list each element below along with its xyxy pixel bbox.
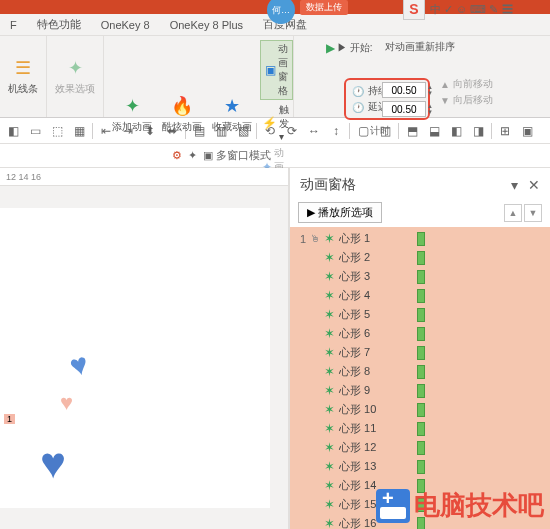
- add-animation-button[interactable]: ✦ 添加动画: [108, 92, 156, 136]
- entrance-star-icon: ✶: [324, 478, 335, 493]
- animation-item[interactable]: ✶心形 9: [290, 381, 550, 400]
- qat-btn[interactable]: ⬚: [48, 122, 66, 140]
- lines-button[interactable]: ☰ 机线条: [4, 54, 42, 98]
- tab-f[interactable]: F: [0, 19, 27, 31]
- ime-indicator[interactable]: S: [403, 0, 425, 20]
- qat-btn[interactable]: ↔: [305, 122, 323, 140]
- play-selection-button[interactable]: ▶ 播放所选项: [298, 202, 382, 223]
- watermark-icon: [376, 489, 410, 523]
- qat-btn[interactable]: ▦: [70, 122, 88, 140]
- duration-input[interactable]: [382, 82, 426, 98]
- entrance-star-icon: ✶: [324, 516, 335, 529]
- item-index: 1: [296, 233, 306, 245]
- item-name: 心形 11: [339, 421, 399, 436]
- timing-bar[interactable]: [417, 251, 425, 265]
- entrance-star-icon: ✶: [324, 497, 335, 512]
- timing-bar[interactable]: [417, 460, 425, 474]
- animation-item[interactable]: ✶心形 11: [290, 419, 550, 438]
- ribbon-group-lines: ☰ 机线条: [0, 36, 47, 117]
- timing-bar[interactable]: [417, 289, 425, 303]
- timing-bar[interactable]: [417, 308, 425, 322]
- entrance-star-icon: ✶: [324, 440, 335, 455]
- qat-btn[interactable]: ⬓: [425, 122, 443, 140]
- animation-pane-button[interactable]: ▣ 动画窗格: [260, 40, 293, 100]
- move-down-button[interactable]: ▼: [524, 204, 542, 222]
- collect-animation-icon: ★: [220, 94, 244, 118]
- pane-dropdown-icon[interactable]: ▾: [511, 177, 518, 193]
- trigger-button[interactable]: ⚡ 触发 ▾: [260, 102, 293, 143]
- animation-item[interactable]: ✶心形 6: [290, 324, 550, 343]
- animation-pane-header: 动画窗格 ▾ ✕: [290, 168, 550, 198]
- ime-status-icons[interactable]: 中 ✓ ☺ ⌨ ✎ ☰: [430, 2, 513, 17]
- timing-bar[interactable]: [417, 327, 425, 341]
- slide-canvas[interactable]: ♥ ♥ ♥ 1: [0, 208, 270, 508]
- animation-pane-title: 动画窗格: [300, 176, 356, 194]
- timing-bar[interactable]: [417, 270, 425, 284]
- timing-bar[interactable]: [417, 441, 425, 455]
- qat-btn[interactable]: ▭: [26, 122, 44, 140]
- animation-item[interactable]: ✶心形 5: [290, 305, 550, 324]
- watermark-text: 电脑技术吧: [414, 488, 544, 523]
- timing-bar[interactable]: [417, 403, 425, 417]
- ribbon-group-effect: ✦ 效果选项: [47, 36, 104, 117]
- animation-item[interactable]: ✶心形 4: [290, 286, 550, 305]
- animation-reorder-nav: ▲ ▼: [504, 204, 542, 222]
- heart-shape[interactable]: ♥: [60, 390, 73, 416]
- animation-item[interactable]: ✶心形 13: [290, 457, 550, 476]
- cool-animation-icon: 🔥: [170, 94, 194, 118]
- animation-list[interactable]: 1🖱✶心形 1✶心形 2✶心形 3✶心形 4✶心形 5✶心形 6✶心形 7✶心形…: [290, 227, 550, 529]
- qat-btn[interactable]: ⊞: [496, 122, 514, 140]
- entrance-star-icon: ✶: [324, 250, 335, 265]
- animation-pane: 动画窗格 ▾ ✕ ▶ 播放所选项 ▲ ▼ 1🖱✶心形 1✶心形 2✶心形 3✶心…: [289, 168, 550, 529]
- qat-btn[interactable]: ↕: [327, 122, 345, 140]
- tab-onekey8[interactable]: OneKey 8: [91, 19, 160, 31]
- delay-input[interactable]: [382, 101, 426, 117]
- tab-onekey8plus[interactable]: OneKey 8 Plus: [160, 19, 253, 31]
- heart-shape[interactable]: ♥: [40, 438, 66, 488]
- pane-close-icon[interactable]: ✕: [528, 177, 540, 193]
- timing-bar[interactable]: [417, 365, 425, 379]
- duration-spinner[interactable]: ▲▼: [427, 84, 433, 96]
- cool-animation-button[interactable]: 🔥 酷炫动画: [158, 92, 206, 136]
- heart-shape[interactable]: ♥: [66, 346, 92, 383]
- item-name: 心形 5: [339, 307, 399, 322]
- upload-tag[interactable]: 数据上传: [300, 0, 348, 15]
- trigger-icon: ⚡: [262, 116, 277, 130]
- slide-editor[interactable]: 12 14 16 ♥ ♥ ♥ 1: [0, 168, 289, 529]
- item-name: 心形 9: [339, 383, 399, 398]
- item-name: 心形 4: [339, 288, 399, 303]
- qat-btn[interactable]: ◨: [469, 122, 487, 140]
- horizontal-ruler: 12 14 16: [0, 168, 288, 186]
- item-name: 心形 12: [339, 440, 399, 455]
- item-name: 心形 8: [339, 364, 399, 379]
- reorder-label: 对动画重新排序: [385, 40, 455, 56]
- tab-features[interactable]: 特色功能: [27, 17, 91, 32]
- timing-bar[interactable]: [417, 422, 425, 436]
- qat-btn[interactable]: ◧: [447, 122, 465, 140]
- sogou-icon: S: [409, 1, 418, 17]
- start-dropdown[interactable]: ▶ ▶ 开始:: [324, 40, 375, 56]
- add-animation-icon: ✦: [120, 94, 144, 118]
- play-icon: ▶: [326, 41, 335, 55]
- animation-item[interactable]: ✶心形 10: [290, 400, 550, 419]
- ribbon: ☰ 机线条 ✦ 效果选项 ✦ 添加动画 🔥 酷炫动画: [0, 36, 550, 118]
- animation-item[interactable]: 1🖱✶心形 1: [290, 229, 550, 248]
- clock-icon: 🕐: [352, 86, 364, 97]
- entrance-star-icon: ✶: [324, 421, 335, 436]
- animation-item[interactable]: ✶心形 2: [290, 248, 550, 267]
- qat-btn[interactable]: ▣: [518, 122, 536, 140]
- collect-animation-button[interactable]: ★ 收藏动画: [208, 92, 256, 136]
- qat-btn[interactable]: ◧: [4, 122, 22, 140]
- animation-item[interactable]: ✶心形 3: [290, 267, 550, 286]
- move-up-button[interactable]: ▲: [504, 204, 522, 222]
- timing-bar[interactable]: [417, 346, 425, 360]
- entrance-star-icon: ✶: [324, 459, 335, 474]
- delay-spinner[interactable]: ▲▼: [427, 103, 433, 115]
- timing-group-label: 计时: [370, 124, 390, 138]
- animation-item[interactable]: ✶心形 7: [290, 343, 550, 362]
- timing-bar[interactable]: [417, 232, 425, 246]
- qat-btn[interactable]: ⬒: [403, 122, 421, 140]
- timing-bar[interactable]: [417, 384, 425, 398]
- animation-item[interactable]: ✶心形 8: [290, 362, 550, 381]
- animation-item[interactable]: ✶心形 12: [290, 438, 550, 457]
